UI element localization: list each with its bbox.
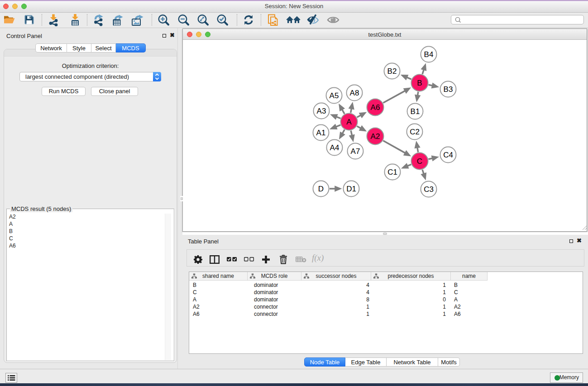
svg-text:A3: A3: [317, 107, 326, 115]
svg-text:C1: C1: [387, 168, 397, 176]
svg-text:B: B: [417, 79, 422, 87]
svg-text:A: A: [346, 118, 352, 126]
svg-text:A1: A1: [316, 129, 326, 137]
svg-text:D1: D1: [346, 185, 356, 193]
svg-text:C3: C3: [424, 185, 434, 194]
svg-text:A2: A2: [371, 132, 380, 141]
svg-text:B3: B3: [444, 85, 453, 94]
svg-text:A8: A8: [350, 89, 359, 97]
svg-text:A4: A4: [330, 143, 339, 152]
svg-text:A7: A7: [351, 147, 360, 156]
svg-text:B2: B2: [387, 67, 397, 76]
svg-text:C: C: [417, 157, 422, 166]
svg-text:B4: B4: [424, 50, 434, 59]
svg-text:C4: C4: [443, 151, 453, 159]
svg-text:A5: A5: [330, 91, 339, 100]
svg-text:B1: B1: [411, 107, 420, 116]
svg-text:A6: A6: [371, 103, 380, 112]
svg-text:C2: C2: [410, 128, 420, 136]
svg-text:D: D: [318, 185, 324, 193]
